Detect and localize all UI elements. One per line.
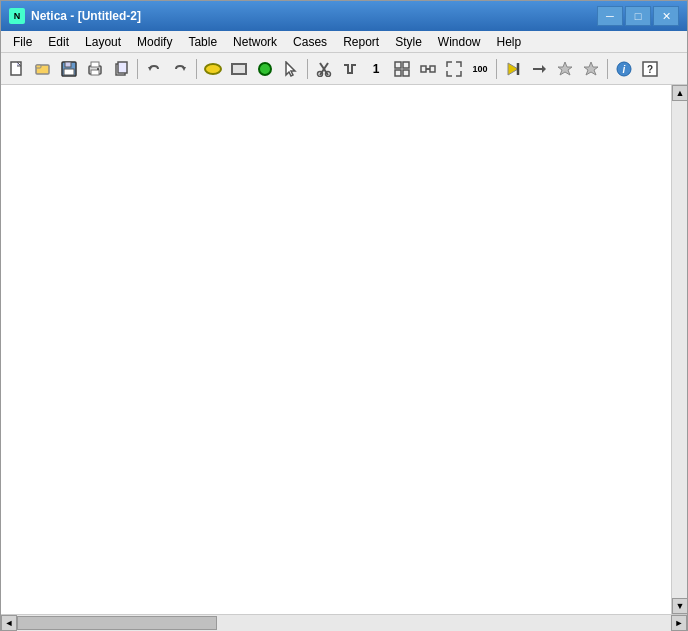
scroll-h-track[interactable] — [17, 615, 671, 631]
svg-marker-30 — [542, 65, 546, 73]
menu-report[interactable]: Report — [335, 33, 387, 51]
print-button[interactable] — [83, 57, 107, 81]
svg-rect-5 — [64, 69, 74, 75]
content-wrapper: ▲ ▼ — [1, 85, 687, 614]
circle-icon — [258, 62, 272, 76]
svg-rect-22 — [403, 70, 409, 76]
expand-button[interactable] — [442, 57, 466, 81]
oval-tool-button[interactable] — [201, 57, 225, 81]
separator-2 — [196, 59, 197, 79]
separator-4 — [496, 59, 497, 79]
scrollbar-horizontal: ◄ ► — [1, 614, 687, 630]
redo-button[interactable] — [168, 57, 192, 81]
close-button[interactable]: ✕ — [653, 6, 679, 26]
svg-marker-12 — [148, 67, 152, 71]
cut-button[interactable] — [312, 57, 336, 81]
menu-network[interactable]: Network — [225, 33, 285, 51]
cursor-tool-button[interactable] — [279, 57, 303, 81]
compile-button[interactable] — [501, 57, 525, 81]
grid-button[interactable] — [390, 57, 414, 81]
value-button[interactable]: 100 — [468, 57, 492, 81]
menu-file[interactable]: File — [5, 33, 40, 51]
circle-tool-button[interactable] — [253, 57, 277, 81]
info-button[interactable]: i — [612, 57, 636, 81]
title-bar: N Netica - [Untitled-2] ─ □ ✕ — [1, 1, 687, 31]
rect-tool-button[interactable] — [227, 57, 251, 81]
star1-button[interactable] — [553, 57, 577, 81]
canvas[interactable] — [1, 85, 671, 614]
scroll-down-button[interactable]: ▼ — [672, 598, 687, 614]
svg-marker-27 — [508, 63, 518, 75]
propagate-button[interactable] — [527, 57, 551, 81]
svg-rect-21 — [395, 70, 401, 76]
toolbar-1: 1 100 i ? — [1, 53, 687, 85]
scroll-down-icon: ▼ — [676, 601, 685, 611]
svg-rect-4 — [65, 62, 71, 67]
svg-rect-11 — [118, 62, 127, 73]
unknown2-button[interactable] — [338, 57, 362, 81]
menu-style[interactable]: Style — [387, 33, 430, 51]
scroll-up-icon: ▲ — [676, 88, 685, 98]
menu-edit[interactable]: Edit — [40, 33, 77, 51]
svg-rect-7 — [91, 62, 99, 67]
svg-marker-13 — [182, 67, 186, 71]
scroll-right-button[interactable]: ► — [671, 615, 687, 631]
help-button[interactable]: ? — [638, 57, 662, 81]
menu-table[interactable]: Table — [180, 33, 225, 51]
scroll-left-button[interactable]: ◄ — [1, 615, 17, 631]
open-button[interactable] — [31, 57, 55, 81]
menu-cases[interactable]: Cases — [285, 33, 335, 51]
svg-rect-24 — [430, 66, 435, 72]
main-window: N Netica - [Untitled-2] ─ □ ✕ File Edit … — [0, 0, 688, 631]
menu-layout[interactable]: Layout — [77, 33, 129, 51]
svg-text:i: i — [623, 64, 626, 75]
svg-marker-32 — [584, 62, 598, 75]
title-bar-controls: ─ □ ✕ — [597, 6, 679, 26]
title-bar-left: N Netica - [Untitled-2] — [9, 8, 141, 24]
svg-rect-19 — [395, 62, 401, 68]
undo-button[interactable] — [142, 57, 166, 81]
one-button[interactable]: 1 — [364, 57, 388, 81]
star2-button[interactable] — [579, 57, 603, 81]
scrollbar-vertical: ▲ ▼ — [671, 85, 687, 614]
app-icon: N — [9, 8, 25, 24]
svg-rect-20 — [403, 62, 409, 68]
separator-5 — [607, 59, 608, 79]
copy-button[interactable] — [109, 57, 133, 81]
window-title: Netica - [Untitled-2] — [31, 9, 141, 23]
menu-modify[interactable]: Modify — [129, 33, 180, 51]
scroll-right-icon: ► — [675, 618, 684, 628]
svg-text:?: ? — [647, 64, 653, 75]
svg-point-9 — [97, 68, 99, 70]
svg-rect-2 — [36, 65, 41, 68]
value-icon: 100 — [472, 64, 487, 74]
menu-help[interactable]: Help — [489, 33, 530, 51]
svg-rect-23 — [421, 66, 426, 72]
svg-marker-14 — [286, 62, 295, 76]
arrange-button[interactable] — [416, 57, 440, 81]
scroll-h-thumb[interactable] — [17, 616, 217, 630]
scroll-v-track[interactable] — [672, 101, 687, 598]
minimize-button[interactable]: ─ — [597, 6, 623, 26]
oval-icon — [204, 63, 222, 75]
svg-marker-31 — [558, 62, 572, 75]
scroll-left-icon: ◄ — [5, 618, 14, 628]
scroll-up-button[interactable]: ▲ — [672, 85, 687, 101]
svg-rect-8 — [91, 70, 99, 75]
restore-button[interactable]: □ — [625, 6, 651, 26]
separator-1 — [137, 59, 138, 79]
rect-icon — [231, 63, 247, 75]
one-icon: 1 — [373, 62, 380, 76]
menu-bar: File Edit Layout Modify Table Network Ca… — [1, 31, 687, 53]
separator-3 — [307, 59, 308, 79]
menu-window[interactable]: Window — [430, 33, 489, 51]
new-button[interactable] — [5, 57, 29, 81]
save-button[interactable] — [57, 57, 81, 81]
